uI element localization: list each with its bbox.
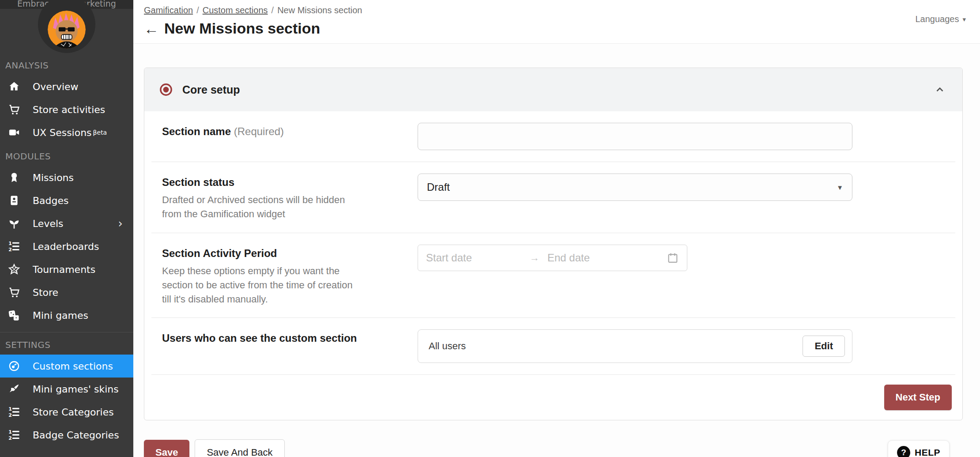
- sidebar-item-mini-games[interactable]: Mini games: [0, 304, 133, 327]
- activity-period-row: Section Activity Period Keep these optio…: [151, 233, 955, 318]
- sidebar-item-label: Badge Categories: [33, 430, 119, 441]
- sidebar-item-mini-games-skins[interactable]: Mini games' skins: [0, 378, 133, 400]
- sidebar-section-settings: SETTINGS: [0, 332, 133, 355]
- sidebar-item-levels[interactable]: Levels ›: [0, 212, 133, 235]
- sections-globe-icon: [8, 359, 23, 373]
- section-status-select[interactable]: Draft ▼: [418, 174, 852, 201]
- breadcrumb-gamification[interactable]: Gamification: [144, 5, 193, 15]
- sidebar-item-label: Mini games' skins: [33, 384, 119, 395]
- sidebar-item-label: Store Categories: [33, 407, 114, 418]
- sidebar-item-label: Overview: [33, 81, 79, 92]
- paintbrush-icon: [8, 382, 23, 396]
- breadcrumb-custom-sections[interactable]: Custom sections: [203, 5, 268, 15]
- seedling-icon: [8, 217, 23, 230]
- sidebar-item-label: Mini games: [33, 310, 88, 321]
- app-root: Embrace Fin, Marketing ANALYSIS: [0, 0, 980, 457]
- sidebar-item-badges[interactable]: Badges: [0, 189, 133, 212]
- collapse-section-button[interactable]: [932, 82, 947, 97]
- sidebar-item-label: UX Sessions: [33, 127, 92, 138]
- id-badge-icon: [8, 194, 23, 207]
- calendar-icon[interactable]: [667, 252, 679, 264]
- svg-text:2: 2: [8, 247, 12, 253]
- ordered-list-icon: 12: [8, 240, 23, 253]
- section-name-input[interactable]: [418, 123, 852, 150]
- back-arrow-icon[interactable]: ←: [144, 21, 159, 36]
- svg-text:2: 2: [8, 412, 12, 418]
- chevron-down-icon: ▾: [962, 15, 966, 23]
- section-status-label: Section status: [162, 176, 418, 189]
- activity-period-label: Section Activity Period: [162, 247, 418, 260]
- card-header: Core setup: [144, 68, 962, 111]
- section-status-row: Section status Drafted or Archived secti…: [151, 162, 955, 233]
- sidebar-item-label: Badges: [33, 195, 69, 206]
- sidebar-item-ux-sessions[interactable]: UX Sessions βeta: [0, 121, 133, 144]
- sidebar-item-label: Custom sections: [33, 361, 113, 372]
- cart-icon: [8, 103, 23, 116]
- svg-text:1: 1: [8, 406, 12, 412]
- sidebar-item-label: Tournaments: [33, 264, 95, 275]
- medal-icon: [8, 171, 23, 184]
- radio-selected-icon: [159, 83, 173, 96]
- main-area: Gamification/Custom sections/New Mission…: [133, 0, 980, 457]
- page-actions: Save Save And Back ? HELP: [144, 439, 963, 457]
- section-name-row: Section name (Required): [151, 111, 955, 162]
- avatar[interactable]: [48, 11, 86, 49]
- section-name-label: Section name (Required): [162, 125, 418, 138]
- help-button[interactable]: ? HELP: [888, 440, 950, 457]
- sidebar: Embrace Fin, Marketing ANALYSIS: [0, 0, 133, 457]
- ordered-list-icon: 12: [8, 405, 23, 419]
- section-status-value: Draft: [427, 181, 450, 193]
- edit-users-button[interactable]: Edit: [803, 336, 845, 357]
- breadcrumb-separator: /: [196, 5, 199, 15]
- sidebar-item-badge-categories[interactable]: 12 Badge Categories: [0, 423, 133, 446]
- save-and-back-button[interactable]: Save And Back: [195, 439, 284, 457]
- sidebar-section-analysis: ANALYSIS: [0, 53, 133, 75]
- visibility-value: All users: [429, 340, 466, 352]
- ordered-list-icon: 12: [8, 428, 23, 442]
- sidebar-item-store[interactable]: Store: [0, 281, 133, 304]
- sidebar-item-store-activities[interactable]: Store activities: [0, 98, 133, 121]
- sidebar-item-leaderboards[interactable]: 12 Leaderboards: [0, 235, 133, 258]
- sidebar-item-label: Missions: [33, 172, 74, 183]
- sidebar-item-label: Store: [33, 287, 58, 298]
- cart-icon: [8, 286, 23, 299]
- sidebar-item-label: Leaderboards: [33, 241, 99, 252]
- star-burst-icon: [8, 263, 23, 276]
- video-camera-icon: [8, 126, 23, 139]
- next-step-button[interactable]: Next Step: [884, 385, 952, 410]
- visibility-label: Users who can see the custom section: [162, 332, 418, 344]
- chevron-right-icon: ›: [118, 218, 123, 229]
- core-setup-card: Core setup Section name (Required): [144, 68, 963, 420]
- dropdown-arrow-icon: ▼: [837, 184, 843, 191]
- avatar-image: [48, 11, 86, 49]
- sidebar-item-missions[interactable]: Missions: [0, 166, 133, 189]
- visibility-row: Users who can see the custom section All…: [151, 317, 955, 374]
- breadcrumb-current: New Missions section: [277, 5, 362, 15]
- beta-badge: βeta: [93, 129, 107, 136]
- range-arrow-icon: →: [530, 252, 539, 264]
- sidebar-item-overview[interactable]: Overview: [0, 75, 133, 98]
- content-area: Core setup Section name (Required): [133, 44, 980, 457]
- visibility-value-box: All users Edit: [418, 329, 852, 363]
- sidebar-item-custom-sections[interactable]: Custom sections: [0, 355, 133, 378]
- page-header: Gamification/Custom sections/New Mission…: [133, 0, 980, 44]
- dice-icon: [8, 309, 23, 322]
- avatar-container: [0, 9, 133, 53]
- end-date-placeholder: End date: [547, 252, 667, 264]
- page-title: New Missions section: [164, 20, 320, 37]
- svg-text:1: 1: [8, 241, 12, 246]
- breadcrumb: Gamification/Custom sections/New Mission…: [144, 5, 980, 15]
- card-title: Core setup: [182, 83, 240, 96]
- languages-dropdown[interactable]: Languages ▾: [915, 14, 966, 24]
- save-button[interactable]: Save: [144, 440, 189, 457]
- activity-period-description: Keep these options empty if you want the…: [162, 264, 356, 306]
- date-range-picker[interactable]: Start date → End date: [418, 245, 687, 271]
- start-date-placeholder: Start date: [426, 252, 530, 264]
- chevron-up-icon: [934, 84, 946, 95]
- languages-label: Languages: [915, 14, 959, 24]
- sidebar-item-tournaments[interactable]: Tournaments: [0, 258, 133, 281]
- sidebar-item-store-categories[interactable]: 12 Store Categories: [0, 400, 133, 423]
- question-mark-icon: ?: [897, 446, 910, 457]
- required-hint: (Required): [234, 125, 284, 137]
- help-label: HELP: [915, 447, 940, 457]
